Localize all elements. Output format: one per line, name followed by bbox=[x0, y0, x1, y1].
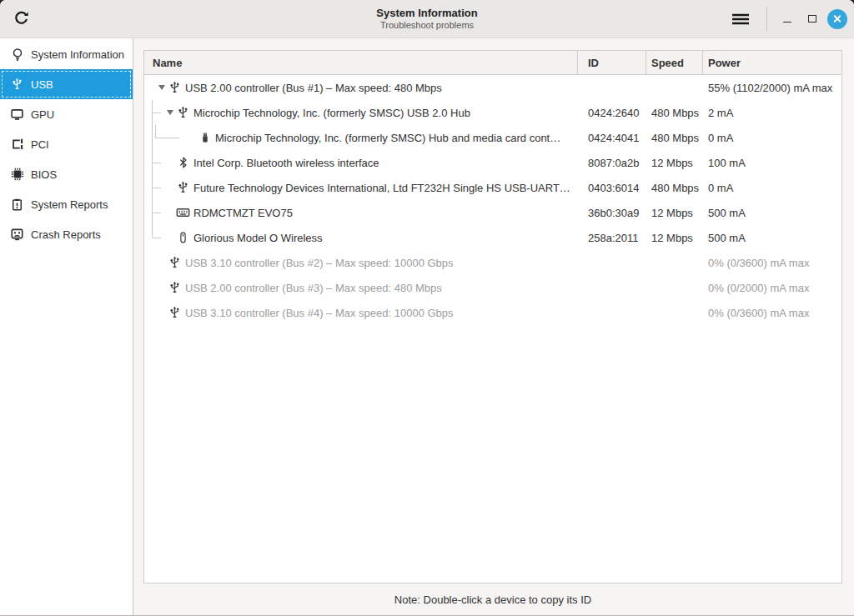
device-row[interactable]: Glorious Model O Wireless258a:201112 Mbp… bbox=[144, 225, 841, 250]
chevron-down-icon bbox=[167, 110, 173, 115]
device-name: RDMCTMZT EVO75 bbox=[193, 207, 298, 219]
device-id: 0424:2640 bbox=[578, 107, 646, 119]
minimize-button[interactable] bbox=[777, 9, 797, 29]
sidebar-item-label: System Reports bbox=[31, 198, 108, 211]
window-title-block: System Information Troubleshoot problems bbox=[376, 7, 477, 32]
device-row[interactable]: USB 3.10 controller (Bus #4) – Max speed… bbox=[144, 300, 841, 325]
device-power: 0% (0/3600) mA max bbox=[703, 307, 841, 319]
device-id: 36b0:30a9 bbox=[578, 207, 646, 219]
memory-stick-icon bbox=[198, 131, 212, 144]
device-power: 500 mA bbox=[703, 207, 841, 219]
expander-arrow[interactable] bbox=[164, 110, 175, 115]
sidebar-item-label: BIOS bbox=[31, 168, 57, 181]
device-power: 2 mA bbox=[703, 107, 841, 119]
device-row[interactable]: USB 3.10 controller (Bus #2) – Max speed… bbox=[144, 250, 841, 275]
device-row[interactable]: Microchip Technology, Inc. (formerly SMS… bbox=[144, 100, 841, 125]
device-power: 55% (1102/2000) mA max bbox=[703, 82, 841, 94]
device-row[interactable]: Microchip Technology, Inc. (formerly SMS… bbox=[144, 125, 841, 150]
device-name: USB 2.00 controller (Bus #1) – Max speed… bbox=[185, 82, 447, 94]
device-name-cell: USB 2.00 controller (Bus #3) – Max speed… bbox=[144, 281, 578, 294]
device-name: USB 3.10 controller (Bus #4) – Max speed… bbox=[185, 307, 459, 319]
sidebar-item-system-reports[interactable]: System Reports bbox=[0, 189, 133, 219]
device-power: 0 mA bbox=[703, 182, 841, 194]
device-row[interactable]: Future Technology Devices International,… bbox=[144, 175, 841, 200]
device-name-cell: USB 3.10 controller (Bus #2) – Max speed… bbox=[144, 256, 578, 269]
device-name: Glorious Model O Wireless bbox=[193, 232, 328, 244]
sidebar-item-usb[interactable]: USB bbox=[0, 69, 133, 99]
chip-icon bbox=[10, 168, 24, 182]
device-power: 500 mA bbox=[703, 232, 841, 244]
sidebar-item-label: Crash Reports bbox=[31, 228, 101, 241]
usb-icon bbox=[168, 81, 182, 94]
minimize-icon bbox=[783, 22, 791, 23]
sidebar-item-label: USB bbox=[31, 78, 53, 91]
device-name-cell: Microchip Technology, Inc. (formerly SMS… bbox=[144, 131, 578, 144]
sidebar-item-pci[interactable]: PCI bbox=[0, 129, 133, 159]
device-speed: 12 Mbps bbox=[646, 207, 703, 219]
device-name: Microchip Technology, Inc. (formerly SMS… bbox=[193, 107, 475, 119]
device-id: 0424:4041 bbox=[578, 132, 646, 144]
device-row[interactable]: RDMCTMZT EVO7536b0:30a912 Mbps500 mA bbox=[144, 200, 841, 225]
device-name: USB 2.00 controller (Bus #3) – Max speed… bbox=[185, 282, 447, 294]
device-power: 0 mA bbox=[703, 132, 841, 144]
gpu-monitor-icon bbox=[10, 108, 24, 122]
lightbulb-icon bbox=[10, 48, 24, 62]
sidebar-item-crash-reports[interactable]: Crash Reports bbox=[0, 219, 133, 249]
device-speed: 480 Mbps bbox=[646, 132, 703, 144]
device-name: Future Technology Devices International,… bbox=[193, 182, 575, 194]
close-button[interactable] bbox=[827, 9, 847, 29]
device-name-cell: USB 3.10 controller (Bus #4) – Max speed… bbox=[144, 306, 578, 319]
titlebar-separator bbox=[766, 7, 767, 32]
sidebar-item-label: GPU bbox=[31, 108, 54, 121]
device-name: USB 3.10 controller (Bus #2) – Max speed… bbox=[185, 257, 459, 269]
window-title: System Information bbox=[376, 7, 477, 20]
refresh-button[interactable] bbox=[5, 3, 37, 35]
keyboard-icon bbox=[176, 206, 190, 219]
sidebar-item-system-information[interactable]: System Information bbox=[0, 39, 133, 69]
sidebar: System InformationUSBGPUPCIBIOSSystem Re… bbox=[0, 38, 133, 615]
device-speed: 12 Mbps bbox=[646, 157, 703, 169]
menu-button[interactable] bbox=[724, 4, 757, 34]
refresh-icon bbox=[13, 11, 29, 27]
column-header-id[interactable]: ID bbox=[578, 51, 646, 74]
device-row[interactable]: USB 2.00 controller (Bus #3) – Max speed… bbox=[144, 275, 841, 300]
close-icon bbox=[833, 15, 841, 23]
hamburger-menu-icon bbox=[731, 13, 750, 26]
sidebar-item-gpu[interactable]: GPU bbox=[0, 99, 133, 129]
usb-icon bbox=[168, 256, 182, 269]
column-header-name[interactable]: Name bbox=[144, 51, 578, 74]
window-subtitle: Troubleshoot problems bbox=[376, 20, 477, 32]
device-power: 0% (0/3600) mA max bbox=[703, 257, 841, 269]
device-id: 258a:2011 bbox=[578, 232, 646, 244]
usb-icon bbox=[10, 78, 24, 92]
expander-arrow[interactable] bbox=[156, 85, 167, 90]
sidebar-item-bios[interactable]: BIOS bbox=[0, 159, 133, 189]
table-body: USB 2.00 controller (Bus #1) – Max speed… bbox=[144, 75, 841, 325]
clipboard-report-icon bbox=[10, 198, 24, 212]
device-row[interactable]: Intel Corp. Bluetooth wireless interface… bbox=[144, 150, 841, 175]
mouse-icon bbox=[176, 231, 190, 244]
column-header-speed[interactable]: Speed bbox=[646, 51, 703, 74]
maximize-icon bbox=[808, 15, 816, 23]
usb-icon bbox=[176, 106, 190, 119]
device-name-cell: Intel Corp. Bluetooth wireless interface bbox=[144, 156, 578, 169]
usb-icon bbox=[176, 181, 190, 194]
sidebar-item-label: System Information bbox=[31, 48, 124, 61]
device-row[interactable]: USB 2.00 controller (Bus #1) – Max speed… bbox=[144, 75, 841, 100]
usb-icon bbox=[168, 306, 182, 319]
app-window: System Information Troubleshoot problems… bbox=[0, 0, 854, 616]
device-speed: 480 Mbps bbox=[646, 107, 703, 119]
content-area: NameIDSpeedPower USB 2.00 controller (Bu… bbox=[133, 38, 854, 615]
device-power: 100 mA bbox=[703, 157, 841, 169]
chevron-down-icon bbox=[158, 85, 165, 90]
bluetooth-icon bbox=[176, 156, 190, 169]
titlebar: System Information Troubleshoot problems bbox=[0, 0, 854, 38]
device-name-cell: RDMCTMZT EVO75 bbox=[144, 206, 578, 219]
device-name-cell: Glorious Model O Wireless bbox=[144, 231, 578, 244]
device-name: Microchip Technology, Inc. (formerly SMS… bbox=[215, 132, 565, 144]
device-speed: 480 Mbps bbox=[646, 182, 703, 194]
device-id: 8087:0a2b bbox=[578, 157, 646, 169]
table-header: NameIDSpeedPower bbox=[144, 51, 841, 75]
maximize-button[interactable] bbox=[802, 9, 822, 29]
column-header-power[interactable]: Power bbox=[703, 51, 841, 74]
